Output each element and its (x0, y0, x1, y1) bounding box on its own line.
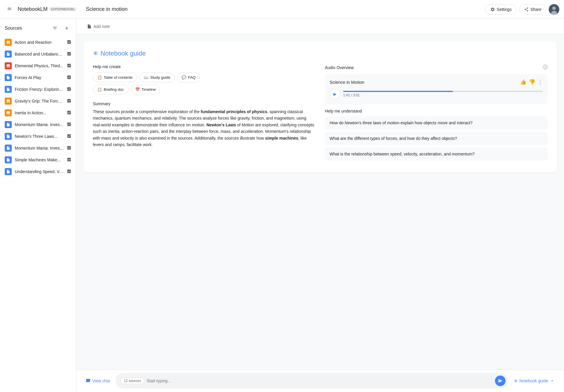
audio-info-icon[interactable]: ⓘ (543, 64, 548, 71)
audio-card: Science in Motion 👍 👎 ⋮ ▶ (325, 74, 548, 104)
audio-overview-label: Audio Overview (325, 65, 354, 70)
guide-title: Notebook guide (100, 50, 146, 57)
source-check[interactable] (67, 157, 71, 163)
source-icon (5, 133, 12, 140)
source-icon (5, 168, 12, 175)
table-of-contents-button[interactable]: 📋 Table of contents (93, 73, 137, 82)
help-me-create-label: Help me create (93, 64, 315, 69)
faq-button[interactable]: 💬 FAQ (177, 73, 200, 82)
source-check[interactable] (67, 145, 71, 151)
source-item[interactable]: Momentum Mania: Inves... (0, 142, 76, 154)
source-item[interactable]: Simple Machines Make... (0, 154, 76, 166)
source-item[interactable]: Inertia In Action... (0, 107, 76, 119)
summary-label: Summary (93, 101, 315, 106)
share-button[interactable]: Share (519, 4, 546, 14)
understand-items-list: How do Newton's three laws of motion exp… (325, 116, 548, 161)
source-check[interactable] (67, 40, 71, 45)
experimental-badge: EXPERIMENTAL (49, 7, 76, 11)
source-check[interactable] (67, 169, 71, 175)
sources-badge[interactable]: 12 sources (120, 378, 144, 384)
study-guide-button[interactable]: 📖 Study guide (139, 73, 175, 82)
source-label: Action and Reaction (15, 40, 64, 45)
notebook-guide-toggle-button[interactable]: ✳ Notebook guide (511, 376, 557, 386)
source-item[interactable]: Forces At Play (0, 72, 76, 83)
toc-label: Table of contents (104, 75, 132, 80)
settings-button[interactable]: Settings (485, 4, 517, 14)
source-icon (5, 39, 12, 46)
summary-section: Summary These sources provide a comprehe… (93, 101, 315, 148)
source-item[interactable]: Momentum Mania: Inves... (0, 119, 76, 130)
chat-input[interactable] (147, 378, 493, 383)
source-check[interactable] (67, 110, 71, 116)
source-item[interactable]: Elemental Physics, Third... (0, 60, 76, 72)
timeline-icon: 📅 (135, 87, 140, 92)
more-options-button[interactable]: ⋮ (538, 79, 543, 85)
briefing-icon: 📋 (97, 87, 102, 92)
source-icon (5, 145, 12, 152)
guide-header: ✳ Notebook guide (93, 50, 548, 57)
understand-item[interactable]: What are the different types of forces, … (325, 132, 548, 145)
source-label: Simple Machines Make... (15, 158, 64, 162)
source-item[interactable]: Action and Reaction (0, 36, 76, 48)
audio-player: ▶ 1:41 / 3:01 (330, 89, 543, 99)
briefing-doc-button[interactable]: 📋 Briefing doc (93, 85, 128, 94)
source-item[interactable]: Newton's Three Laws... (0, 130, 76, 142)
menu-icon[interactable] (5, 4, 14, 14)
source-label: Momentum Mania: Inves... (15, 122, 64, 127)
thumbs-down-button[interactable]: 👎 (529, 79, 535, 85)
understand-item[interactable]: What is the relationship between speed, … (325, 148, 548, 161)
view-chat-button[interactable]: View chat (83, 376, 112, 386)
source-item[interactable]: Understanding Speed, Ve... (0, 166, 76, 177)
source-check[interactable] (67, 122, 71, 128)
audio-controls: 👍 👎 ⋮ (520, 79, 543, 85)
source-icon (5, 62, 12, 69)
audio-card-header: Science in Motion 👍 👎 ⋮ (330, 79, 543, 85)
notebook-guide-card: ✳ Notebook guide Help me create 📋 Table … (83, 41, 557, 172)
settings-label: Settings (497, 7, 512, 12)
source-icon (5, 86, 12, 93)
timeline-button[interactable]: 📅 Timeline (131, 85, 160, 94)
source-label: Understanding Speed, Ve... (15, 169, 64, 174)
source-check[interactable] (67, 98, 71, 104)
header-right: Settings Share (485, 4, 559, 15)
play-button[interactable]: ▶ (330, 89, 340, 99)
study-icon: 📖 (144, 75, 148, 80)
source-label: Inertia In Action... (15, 110, 64, 115)
source-check[interactable] (67, 63, 71, 69)
audio-time: 1:41 / 3:01 (343, 93, 543, 97)
understand-item[interactable]: How do Newton's three laws of motion exp… (325, 116, 548, 130)
source-check[interactable] (67, 51, 71, 57)
progress-bar[interactable]: 1:41 / 3:01 (343, 91, 543, 97)
source-item[interactable]: Friction Frenzy: Explorin... (0, 83, 76, 95)
audio-card-title: Science in Motion (330, 80, 364, 85)
source-item[interactable]: Balanced and Unbalance... (0, 48, 76, 60)
app-logo: NotebookLM EXPERIMENTAL (18, 6, 76, 12)
source-label: Momentum Mania: Inves... (15, 146, 64, 150)
guide-right: Audio Overview ⓘ Science in Motion 👍 👎 (325, 64, 548, 163)
notebook-title: Science in motion (86, 6, 127, 12)
add-note-button[interactable]: Add note (83, 22, 557, 31)
notebook-guide-btn-label: Notebook guide (519, 378, 548, 383)
summary-text: These sources provide a comprehensive ex… (93, 108, 315, 148)
source-check[interactable] (67, 75, 71, 81)
audio-header: Audio Overview ⓘ (325, 64, 548, 71)
help-me-understand-section: Help me understand How do Newton's three… (325, 109, 548, 161)
source-icon (5, 109, 12, 116)
thumbs-up-button[interactable]: 👍 (520, 79, 526, 85)
add-source-button[interactable] (62, 24, 71, 33)
send-button[interactable] (495, 376, 506, 386)
help-me-understand-label: Help me understand (325, 109, 548, 113)
chat-input-container: 12 sources (116, 373, 508, 388)
source-icon (5, 156, 12, 163)
user-avatar[interactable] (549, 4, 559, 15)
source-icon (5, 98, 12, 105)
app-header: NotebookLM EXPERIMENTAL Science in motio… (0, 0, 564, 19)
filter-button[interactable] (50, 24, 60, 33)
source-item[interactable]: Gravity's Grip: The Force... (0, 95, 76, 107)
source-label: Newton's Three Laws... (15, 134, 64, 139)
source-check[interactable] (67, 87, 71, 92)
source-label: Balanced and Unbalance... (15, 52, 64, 56)
guide-star-icon: ✳ (93, 50, 98, 57)
toc-icon: 📋 (97, 75, 102, 80)
source-check[interactable] (67, 134, 71, 139)
